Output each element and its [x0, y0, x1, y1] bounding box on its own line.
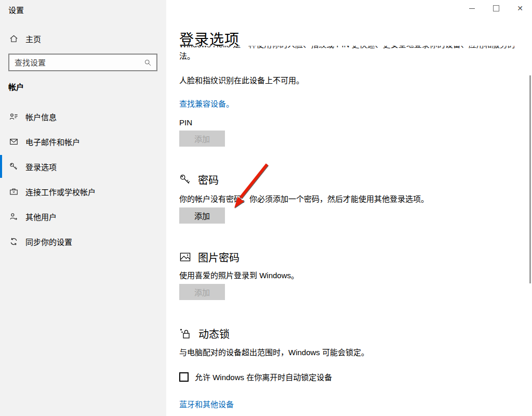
- picture-password-heading-label: 图片密码: [198, 250, 240, 265]
- password-description: 你的帐户没有密码。你必须添加一个密码，然后才能使用其他登录选项。: [179, 194, 429, 204]
- account-info-icon: [9, 112, 18, 121]
- dynamic-lock-checkbox[interactable]: [179, 372, 189, 382]
- vertical-scrollbar[interactable]: [529, 75, 531, 283]
- password-heading-label: 密码: [198, 172, 219, 187]
- close-button[interactable]: ✕: [508, 0, 532, 17]
- settings-search-box[interactable]: [8, 54, 157, 71]
- picture-password-add-button: 添加: [179, 284, 225, 300]
- minimize-icon: [469, 8, 475, 9]
- sidebar-item-label: 电子邮件和帐户: [25, 136, 80, 147]
- sidebar-item-other-users[interactable]: 其他用户: [0, 205, 166, 228]
- sidebar-item-sync-settings[interactable]: 同步你的设置: [0, 230, 166, 253]
- sidebar-item-label: 同步你的设置: [25, 236, 72, 247]
- sidebar-item-work-school[interactable]: 连接工作或学校帐户: [0, 180, 166, 203]
- picture-password-section-heading: 图片密码: [179, 250, 240, 265]
- email-icon: [9, 137, 18, 146]
- search-input[interactable]: [9, 58, 144, 67]
- password-section-heading: 密码: [179, 172, 219, 187]
- close-icon: ✕: [517, 4, 523, 12]
- minimize-button[interactable]: [460, 0, 484, 17]
- dynamic-lock-section-heading: 动态锁: [179, 326, 230, 341]
- pin-section-label: PIN: [179, 118, 192, 128]
- picture-icon: [179, 251, 191, 263]
- search-icon[interactable]: [144, 59, 152, 67]
- password-add-button[interactable]: 添加: [179, 207, 225, 224]
- settings-window: { "titlebar": { "app_title": "设置", "mini…: [0, 0, 532, 416]
- dynamic-lock-heading-label: 动态锁: [198, 326, 230, 341]
- key-icon: [9, 162, 18, 171]
- intro-text-clipped: Windows Hello 是一种使用你的人脸、指纹或 PIN 更快速、更安全地…: [179, 46, 514, 50]
- sidebar-item-label: 连接工作或学校帐户: [25, 186, 96, 197]
- dynamic-lock-checkbox-label: 允许 Windows 在你离开时自动锁定设备: [195, 371, 332, 382]
- dynamic-lock-icon: [179, 328, 192, 340]
- hello-unavailable-text: 人脸和指纹识别在此设备上不可用。: [179, 75, 304, 86]
- sidebar-item-home[interactable]: 主页: [9, 31, 41, 46]
- sidebar-section-header: 帐户: [8, 81, 24, 92]
- picture-password-description: 使用喜爱的照片登录到 Windows。: [179, 270, 299, 281]
- dynamic-lock-description: 与电脑配对的设备超出范围时，Windows 可能会锁定。: [179, 347, 369, 358]
- home-label: 主页: [25, 33, 41, 44]
- briefcase-icon: [9, 187, 18, 196]
- find-compatible-device-link[interactable]: 查找兼容设备。: [179, 98, 234, 109]
- intro-text-tail: 法。: [179, 51, 195, 61]
- app-title: 设置: [8, 4, 24, 15]
- add-user-icon: [9, 212, 18, 221]
- sidebar-item-email-accounts[interactable]: 电子邮件和帐户: [0, 130, 166, 153]
- maximize-icon: [493, 5, 499, 11]
- sidebar-item-label: 登录选项: [25, 161, 57, 172]
- sidebar-item-label: 帐户信息: [25, 111, 57, 122]
- bluetooth-devices-link[interactable]: 蓝牙和其他设备: [179, 398, 234, 409]
- dynamic-lock-checkbox-row[interactable]: 允许 Windows 在你离开时自动锁定设备: [179, 371, 332, 382]
- pin-add-button: 添加: [179, 131, 225, 147]
- sidebar-item-label: 其他用户: [25, 211, 57, 222]
- sidebar: 设置 主页 帐户 帐户信息: [0, 0, 166, 416]
- maximize-button[interactable]: [484, 0, 508, 17]
- annotation-arrow: [228, 159, 277, 213]
- key-icon: [179, 174, 191, 186]
- home-icon: [9, 34, 18, 43]
- sync-icon: [9, 237, 18, 246]
- sidebar-item-account-info[interactable]: 帐户信息: [0, 105, 166, 128]
- sidebar-item-signin-options[interactable]: 登录选项: [0, 155, 166, 178]
